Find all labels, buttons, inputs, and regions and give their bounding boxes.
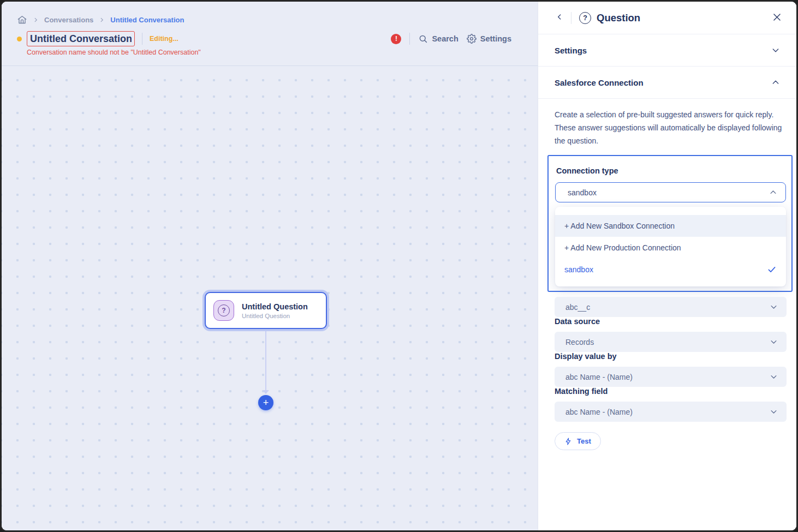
display-value-select[interactable]: abc Name - (Name) — [555, 367, 787, 387]
conversation-title-input[interactable] — [27, 31, 135, 46]
search-label: Search — [432, 34, 458, 43]
section-salesforce-label: Salesforce Connection — [555, 78, 644, 87]
question-settings-panel: ? Question Settings Salesforce Connectio… — [538, 2, 796, 530]
connection-type-select[interactable]: sandbox — [555, 182, 786, 202]
breadcrumb-item-current[interactable]: Untitled Conversation — [110, 16, 184, 24]
matching-field-label: Matching field — [555, 387, 787, 396]
section-salesforce-connection[interactable]: Salesforce Connection — [538, 67, 796, 99]
section-settings[interactable]: Settings — [538, 34, 796, 67]
connection-type-label: Connection type — [556, 166, 786, 175]
dropdown-option-label: + Add New Production Connection — [564, 243, 681, 252]
screenshot-frame: Conversations Untitled Conversation Edit… — [0, 0, 798, 532]
chevron-right-icon — [33, 17, 39, 23]
dropdown-option-add-production[interactable]: + Add New Production Connection — [555, 237, 786, 259]
search-icon — [418, 34, 428, 44]
dropdown-option-label: + Add New Sandbox Connection — [564, 222, 675, 230]
chevron-down-icon — [770, 408, 778, 416]
breadcrumb-item-conversations[interactable]: Conversations — [44, 16, 93, 24]
connector-edge — [265, 331, 266, 390]
data-source-value: Records — [565, 338, 594, 346]
data-source-label: Data source — [555, 317, 787, 326]
chevron-down-icon — [771, 46, 780, 55]
chevron-down-icon — [770, 338, 778, 346]
lightning-icon — [564, 438, 572, 445]
divider — [409, 33, 410, 45]
chevron-down-icon — [770, 303, 778, 311]
topbar-actions: ! Search Settings — [391, 33, 538, 45]
question-node[interactable]: ? Untitled Question Untitled Question — [205, 292, 327, 329]
chevron-up-icon — [771, 78, 780, 87]
test-button-label: Test — [577, 437, 591, 445]
chevron-right-icon — [99, 17, 105, 23]
matching-field-select[interactable]: abc Name - (Name) — [555, 402, 787, 422]
close-icon — [772, 12, 782, 24]
divider — [571, 12, 571, 24]
workspace: Conversations Untitled Conversation Edit… — [2, 2, 538, 530]
home-icon[interactable] — [17, 15, 27, 25]
settings-button[interactable]: Settings — [467, 34, 511, 44]
dropdown-option-sandbox[interactable]: sandbox — [555, 259, 786, 280]
check-icon — [767, 265, 777, 274]
object-select[interactable]: abc__c — [555, 297, 787, 317]
question-node-text: Untitled Question Untitled Question — [242, 302, 308, 319]
panel-header: ? Question — [538, 2, 796, 34]
connection-type-focus-box: Connection type sandbox + Add New Sandbo… — [547, 155, 793, 292]
question-type-icon: ? — [579, 12, 591, 24]
display-value-value: abc Name - (Name) — [565, 373, 633, 381]
validation-error-message: Conversation name should not be "Untitle… — [27, 49, 538, 56]
error-badge-icon[interactable]: ! — [391, 34, 401, 44]
search-button[interactable]: Search — [418, 34, 458, 44]
add-node-button[interactable]: + — [258, 395, 273, 410]
node-subtitle: Untitled Question — [242, 313, 308, 319]
close-panel-button[interactable] — [771, 11, 783, 25]
panel-fields: abc__c Data source Records Display value… — [538, 292, 796, 530]
data-source-select[interactable]: Records — [555, 332, 787, 352]
display-value-label: Display value by — [555, 352, 787, 361]
connection-type-dropdown: + Add New Sandbox Connection + Add New P… — [555, 207, 786, 286]
back-icon — [556, 13, 563, 22]
flow-canvas[interactable]: ? Untitled Question Untitled Question + — [2, 67, 538, 530]
chevron-up-icon — [769, 188, 777, 196]
unsaved-status-dot — [17, 37, 22, 41]
question-icon: ? — [218, 304, 230, 316]
test-button[interactable]: Test — [555, 432, 601, 450]
section-description: Create a selection of pre-built suggeste… — [538, 99, 796, 154]
title-row: Editing... ! Search — [17, 31, 538, 46]
matching-field-value: abc Name - (Name) — [565, 408, 633, 416]
app-window: Conversations Untitled Conversation Edit… — [2, 2, 796, 530]
question-node-icon: ? — [213, 300, 234, 321]
panel-title: Question — [597, 12, 640, 24]
back-button[interactable] — [555, 12, 564, 23]
connector-arrowhead-icon — [263, 390, 269, 394]
editing-status: Editing... — [150, 35, 178, 43]
node-title: Untitled Question — [242, 302, 308, 311]
gear-icon — [467, 34, 477, 44]
dropdown-option-label: sandbox — [564, 265, 593, 274]
object-select-value: abc__c — [565, 303, 590, 312]
settings-label: Settings — [480, 34, 511, 43]
divider — [142, 33, 142, 45]
chevron-down-icon — [770, 373, 778, 381]
section-settings-label: Settings — [555, 46, 587, 55]
topbar: Conversations Untitled Conversation Edit… — [2, 2, 538, 66]
connection-type-value: sandbox — [568, 188, 597, 197]
dropdown-option-add-sandbox[interactable]: + Add New Sandbox Connection — [555, 215, 786, 237]
breadcrumb: Conversations Untitled Conversation — [2, 2, 538, 25]
